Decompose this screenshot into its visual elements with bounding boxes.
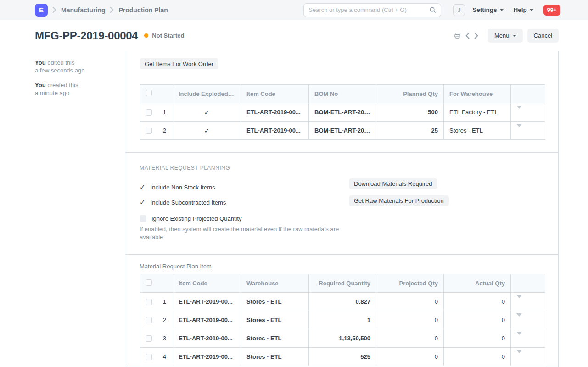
navbar-actions: J Settings Help 99+ [303,3,560,17]
page-head: MFG-PP-2019-00004 Not Started Menu [0,20,588,51]
row-checkbox[interactable] [146,317,152,323]
page-title: MFG-PP-2019-00004 [35,29,138,42]
row-checkbox[interactable] [146,109,152,116]
help-label: Help [514,6,527,13]
created-action: created this [47,82,78,89]
row-expand-arrow-icon[interactable] [516,332,522,342]
ignore-existing-projected-quantity-checkbox[interactable]: Ignore Existing Projected Quantity [140,215,349,222]
form-body: Get Items For Work Order Include Explode… [125,51,559,367]
row-checkbox[interactable] [146,354,152,360]
table-row: 2 ETL-ART-2019-00... Stores - ETL 1 0 0 [140,311,545,329]
cell-required-quantity[interactable]: 1,13,50,500 [309,329,376,348]
cell-required-quantity[interactable]: 1 [309,311,376,329]
check-icon[interactable]: ✓ [204,127,210,134]
table-row: 4 ETL-ART-2019-00... Stores - ETL 525 0 … [140,348,545,366]
material-request-plan-item-section: Material Request Plan Item Item Code War… [125,255,558,366]
table-header-row: Item Code Warehouse Required Quantity Pr… [140,274,545,293]
cell-actual-qty[interactable]: 0 [444,293,511,311]
include-non-stock-items-checkbox[interactable]: ✓ Include Non Stock Items [140,183,349,191]
cell-required-quantity[interactable]: 525 [309,348,376,366]
cell-item-code[interactable]: ETL-ART-2019-00... [241,122,309,140]
cell-bom-no[interactable]: BOM-ETL-ART-201... [309,103,376,122]
cell-planned-qty[interactable]: 500 [376,103,444,122]
col-bom-no: BOM No [309,85,376,103]
status-text: Not Started [152,32,184,39]
po-items-table: Include Exploded I... Item Code BOM No P… [140,84,545,140]
cell-for-warehouse[interactable]: Stores - ETL [444,122,511,140]
row-expand-arrow-icon[interactable] [516,350,522,360]
table-row: 3 ETL-ART-2019-00... Stores - ETL 1,13,5… [140,329,545,348]
row-expand-arrow-icon[interactable] [516,106,522,116]
row-index: 2 [163,317,166,323]
get-items-for-work-order-button[interactable]: Get Items For Work Order [140,58,218,69]
cell-required-quantity[interactable]: 0.827 [309,293,376,311]
checkbox-help-text: If enabled, then system will create the … [140,225,344,241]
cell-item-code[interactable]: ETL-ART-2019-00... [173,311,241,329]
breadcrumb: E Manufacturing Production Plan [35,4,168,17]
menu-button[interactable]: Menu [488,29,523,43]
cell-projected-qty[interactable]: 0 [376,311,444,329]
menu-label: Menu [494,32,510,39]
cancel-button[interactable]: Cancel [527,29,559,43]
row-expand-arrow-icon[interactable] [516,124,522,134]
settings-menu-button[interactable]: Settings [472,6,503,13]
settings-label: Settings [472,6,497,13]
download-materials-required-button[interactable]: Download Materials Required [349,178,437,189]
table-row: 2 ✓ ETL-ART-2019-00... BOM-ETL-ART-201..… [140,122,545,140]
cell-planned-qty[interactable]: 25 [376,122,444,140]
notifications-badge[interactable]: 99+ [543,5,560,16]
row-expand-arrow-icon[interactable] [516,313,522,323]
select-all-checkbox[interactable] [146,90,152,96]
table-header-row: Include Exploded I... Item Code BOM No P… [140,85,545,103]
search-icon [429,6,436,13]
chevron-down-icon [513,35,516,37]
cell-item-code[interactable]: ETL-ART-2019-00... [173,348,241,366]
next-record-button[interactable] [472,33,481,39]
prev-record-button[interactable] [463,33,472,39]
cell-item-code[interactable]: ETL-ART-2019-00... [173,293,241,311]
cell-warehouse[interactable]: Stores - ETL [241,329,309,348]
cell-projected-qty[interactable]: 0 [376,348,444,366]
check-icon[interactable]: ✓ [204,109,210,116]
cell-item-code[interactable]: ETL-ART-2019-00... [241,103,309,122]
cell-projected-qty[interactable]: 0 [376,293,444,311]
breadcrumb-production-plan[interactable]: Production Plan [118,6,168,14]
cell-warehouse[interactable]: Stores - ETL [241,348,309,366]
row-expand-arrow-icon[interactable] [516,295,522,305]
cell-item-code[interactable]: ETL-ART-2019-00... [173,329,241,348]
row-checkbox[interactable] [146,335,152,342]
user-avatar[interactable]: J [453,4,465,16]
row-checkbox[interactable] [146,128,152,134]
select-all-checkbox[interactable] [146,279,152,286]
row-checkbox[interactable] [146,299,152,305]
include-subcontracted-items-checkbox[interactable]: ✓ Include Subcontracted Items [140,198,349,206]
cell-actual-qty[interactable]: 0 [444,348,511,366]
modified-when: a few seconds ago [35,67,111,74]
cell-actual-qty[interactable]: 0 [444,329,511,348]
get-raw-materials-for-production-button[interactable]: Get Raw Materials For Production [349,195,449,206]
cell-warehouse[interactable]: Stores - ETL [241,311,309,329]
cell-bom-no[interactable]: BOM-ETL-ART-201... [309,122,376,140]
app-logo[interactable]: E [35,4,48,17]
section-title: MATERIAL REQUEST PLANNING [140,165,544,171]
cell-warehouse[interactable]: Stores - ETL [241,293,309,311]
checkbox-label: Ignore Existing Projected Quantity [151,215,242,222]
help-menu-button[interactable]: Help [514,6,533,13]
cell-projected-qty[interactable]: 0 [376,329,444,348]
items-section: Get Items For Work Order Include Explode… [125,51,558,153]
chevron-down-icon [500,9,504,11]
printer-icon [454,32,461,39]
breadcrumb-manufacturing[interactable]: Manufacturing [61,6,105,14]
form-sidebar: You edited this a few seconds ago You cr… [0,51,125,367]
unchecked-checkbox-icon [140,215,146,222]
created-by-user: You [35,82,46,89]
global-search[interactable] [303,3,441,17]
modified-by-entry: You edited this a few seconds ago [35,59,111,74]
modified-by-user: You [35,59,46,66]
row-index: 2 [163,127,166,134]
chevron-right-icon [110,7,114,13]
cell-for-warehouse[interactable]: ETL Factory - ETL [444,103,511,122]
print-button[interactable] [452,32,463,39]
cell-actual-qty[interactable]: 0 [444,311,511,329]
search-input[interactable] [308,6,429,13]
